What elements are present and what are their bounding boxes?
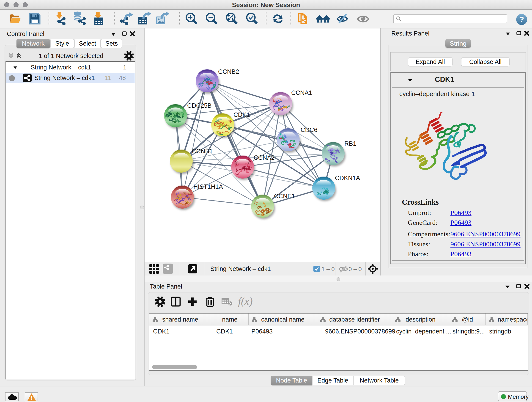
svg-text:CCNA2: CCNA2 bbox=[254, 154, 275, 161]
svg-text:RB1: RB1 bbox=[344, 140, 356, 147]
svg-text:?: ? bbox=[519, 15, 524, 24]
svg-text:CDC25B: CDC25B bbox=[187, 102, 212, 109]
svg-text:CDK1: CDK1 bbox=[234, 111, 250, 118]
svg-text:CCNB2: CCNB2 bbox=[218, 68, 239, 75]
svg-text:HIST1H1A: HIST1H1A bbox=[193, 183, 223, 190]
svg-text:CCNB1: CCNB1 bbox=[192, 148, 213, 155]
svg-text:CCNE1: CCNE1 bbox=[274, 193, 295, 200]
svg-text:CDC6: CDC6 bbox=[301, 127, 317, 133]
svg-text:CDKN1A: CDKN1A bbox=[335, 175, 360, 182]
svg-text:CCNA1: CCNA1 bbox=[291, 89, 312, 96]
